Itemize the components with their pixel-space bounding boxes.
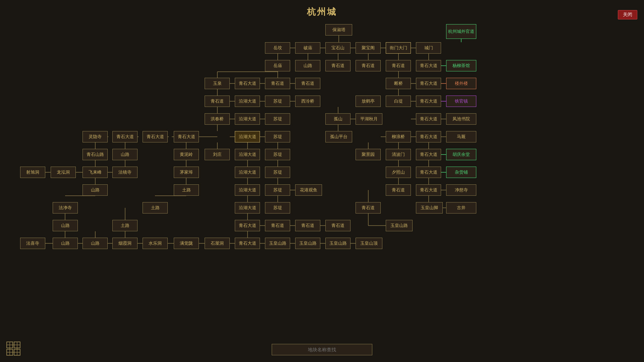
node-shan_lu_3[interactable]: 山路	[83, 184, 108, 196]
node-su_di_6[interactable]: 苏堤	[265, 184, 290, 196]
close-button[interactable]: 关闭	[618, 10, 637, 19]
node-hua_gang_guanyu[interactable]: 花港观鱼	[295, 184, 322, 196]
node-qing_shi_dao_9[interactable]: 青石道	[265, 220, 290, 231]
node-qing_shi_dao_2[interactable]: 青石道	[356, 60, 381, 71]
node-yangliu_chaguan[interactable]: 杨柳茶馆	[446, 60, 476, 71]
node-yan_hu_dadao_1[interactable]: 沿湖大道	[235, 96, 260, 107]
node-ping_hu_qiu_yue[interactable]: 平湖秋月	[356, 113, 382, 125]
node-hu_qing_yutang[interactable]: 胡庆余堂	[446, 149, 476, 160]
node-shan_lu_1[interactable]: 山路	[295, 60, 320, 71]
node-qing_shi_dao_11[interactable]: 青石道	[325, 220, 351, 231]
node-man_jue_long[interactable]: 满觉陇	[174, 238, 199, 249]
node-qing_shi_dao_8[interactable]: 青石道	[356, 202, 381, 214]
node-liu_lang_qiao[interactable]: 柳浪桥	[386, 131, 411, 142]
node-tu_lu_3[interactable]: 土路	[112, 220, 138, 231]
node-yan_xia_dong[interactable]: 烟霞洞	[112, 238, 138, 249]
node-qing_shi_dadao_4[interactable]: 青石大道	[416, 96, 441, 107]
node-tu_lu_2[interactable]: 土路	[143, 202, 168, 214]
node-shui_le_dong[interactable]: 水乐洞	[143, 238, 168, 249]
node-feng_chi_shuyuan[interactable]: 凤池书院	[446, 113, 476, 125]
node-qing_shi_dadao_9[interactable]: 青石大道	[416, 131, 441, 142]
node-po_miao[interactable]: 破庙	[295, 42, 320, 54]
node-ju_bao_ge[interactable]: 聚宝阁	[356, 42, 381, 54]
node-fa_jing_si[interactable]: 法镜寺	[112, 167, 138, 178]
node-baoshu_ta[interactable]: 保淑塔	[325, 24, 352, 36]
node-su_di_4[interactable]: 苏堤	[265, 149, 290, 160]
node-qing_shi_dadao_13[interactable]: 青石大道	[235, 220, 260, 231]
node-shan_lu_4[interactable]: 山路	[53, 220, 78, 231]
node-qing_shi_shanlv[interactable]: 青石山路	[83, 149, 108, 160]
node-zhongmen_damen[interactable]: 衙门大门	[386, 42, 411, 54]
node-qing_bo_men[interactable]: 清波门	[386, 149, 411, 160]
node-bao_shi_shan[interactable]: 宝石山	[325, 42, 351, 54]
node-shan_lu_2[interactable]: 山路	[112, 149, 138, 160]
node-cheng_men[interactable]: 城门	[416, 42, 441, 54]
node-qing_shi_dadao_6[interactable]: 青石大道	[112, 131, 138, 142]
node-yu_huang_shanding[interactable]: 玉皇山顶	[356, 238, 382, 249]
node-qing_shi_dao_10[interactable]: 青石道	[295, 220, 320, 231]
node-fa_jing_si2[interactable]: 法净寺	[53, 202, 78, 214]
node-yu_huang_shanlv2[interactable]: 玉皇山路	[265, 238, 290, 249]
node-qing_shi_dadao_14[interactable]: 青石大道	[235, 238, 260, 249]
node-ling_yin_si[interactable]: 灵隐寺	[83, 131, 108, 142]
node-qing_shi_dao_6[interactable]: 青石道	[205, 96, 230, 107]
node-long_hong_dong[interactable]: 龙泓洞	[51, 167, 76, 178]
node-she_xu_dong[interactable]: 射旭洞	[20, 167, 45, 178]
node-shan_lu_5[interactable]: 山路	[53, 238, 78, 249]
node-qing_shi_dao_7[interactable]: 青石道	[386, 184, 411, 196]
node-yan_hu_dadao_2[interactable]: 沿湖大道	[235, 113, 260, 125]
node-yu_huang_shanlv3[interactable]: 玉皇山路	[295, 238, 320, 249]
node-ju_jing_yuan[interactable]: 聚景园	[356, 149, 381, 160]
node-shan_lu_6[interactable]: 山路	[83, 238, 108, 249]
node-su_di_7[interactable]: 苏堤	[265, 202, 290, 214]
search-input[interactable]	[272, 344, 372, 355]
node-shi_wu_dong[interactable]: 石屋洞	[205, 238, 230, 249]
node-yu_huang_shanjiao[interactable]: 玉皇山脚	[416, 202, 443, 214]
node-gu_shan_pingtai[interactable]: 孤山平台	[325, 131, 352, 142]
node-qing_shi_dao_5[interactable]: 青石道	[295, 78, 320, 89]
node-su_di_1[interactable]: 苏堤	[265, 96, 290, 107]
node-qing_shi_dadao_12[interactable]: 青石大道	[416, 184, 441, 196]
node-su_di_3[interactable]: 苏堤	[265, 131, 290, 142]
node-xi_zhao_shan[interactable]: 夕照山	[386, 167, 411, 178]
node-qing_shi_dadao_5[interactable]: 青石大道	[416, 113, 441, 125]
node-su_di_2[interactable]: 苏堤	[265, 113, 290, 125]
node-qing_shi_dao_1[interactable]: 青石道	[325, 60, 351, 71]
node-fei_lai_feng[interactable]: 飞来峰	[83, 167, 108, 178]
node-fa_xi_si[interactable]: 法喜寺	[20, 238, 45, 249]
node-tie_guan_zhen[interactable]: 铁官镇	[446, 96, 476, 107]
node-ma_yuan[interactable]: 马厩	[446, 131, 476, 142]
node-lou_wai_lou[interactable]: 楼外楼	[446, 78, 476, 89]
node-yan_hu_dadao_4[interactable]: 沿湖大道	[235, 167, 260, 178]
node-hong_chun_qiao[interactable]: 洪春桥	[205, 113, 230, 125]
node-duan_qiao[interactable]: 断桥	[386, 78, 411, 89]
node-qing_shi_dadao_3[interactable]: 青石大道	[416, 78, 441, 89]
node-fang_he_ting[interactable]: 放鹤亭	[356, 96, 381, 107]
node-bai_di[interactable]: 白堤	[386, 96, 411, 107]
node-qing_shi_dadao_11[interactable]: 青石大道	[416, 167, 441, 178]
node-qing_shi_dao_3[interactable]: 青石道	[386, 60, 411, 71]
node-qing_shi_dao_4[interactable]: 青石道	[265, 78, 290, 89]
node-liu_zhuang[interactable]: 刘庄	[205, 149, 230, 160]
node-yu_quan[interactable]: 玉泉	[205, 78, 230, 89]
node-jing_ci_si[interactable]: 净慈寺	[446, 184, 476, 196]
node-huang_ni_ling[interactable]: 黄泥岭	[174, 149, 199, 160]
node-yan_hu_dadao_active[interactable]: 沿湖大道	[235, 131, 260, 142]
node-qing_shi_dadao_7[interactable]: 青石大道	[143, 131, 168, 142]
node-gu_jing[interactable]: 古井	[446, 202, 476, 214]
node-za_huo_pu[interactable]: 杂货铺	[446, 167, 476, 178]
node-yan_hu_dadao_5[interactable]: 沿湖大道	[235, 184, 260, 196]
node-yue_miao[interactable]: 岳庙	[265, 60, 290, 71]
node-qing_shi_dadao_8[interactable]: 青石大道	[174, 131, 199, 142]
search-bar[interactable]	[272, 344, 372, 355]
node-yue_fen[interactable]: 岳坟	[265, 42, 290, 54]
node-mao_jia_bu[interactable]: 茅家埠	[174, 167, 199, 178]
node-qing_shi_dadao_10[interactable]: 青石大道	[416, 149, 441, 160]
node-gu_shan[interactable]: 孤山	[325, 113, 351, 125]
node-yu_huang_shanlv4[interactable]: 玉皇山路	[325, 238, 351, 249]
node-tu_lu_1[interactable]: 土路	[174, 184, 199, 196]
node-hangzhou_waiguan[interactable]: 杭州城外官道	[446, 24, 476, 39]
node-yu_huang_shanlv[interactable]: 玉皇山路	[386, 220, 413, 231]
node-su_di_5[interactable]: 苏堤	[265, 167, 290, 178]
node-yan_hu_dadao_3[interactable]: 沿湖大道	[235, 149, 260, 160]
